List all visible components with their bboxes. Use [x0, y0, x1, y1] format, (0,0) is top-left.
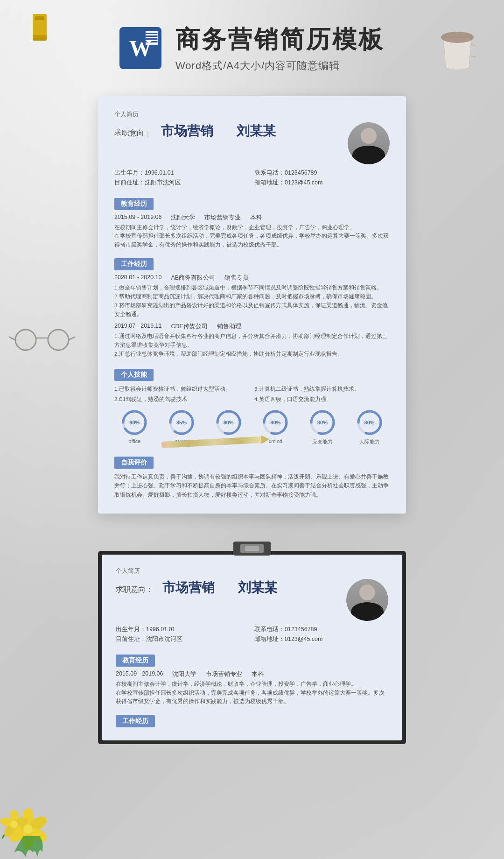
clipboard-job-row: 求职意向： 市场营销 刘某某 — [116, 579, 346, 597]
clipboard-clip-outer — [231, 542, 273, 558]
self-eval-section-header: 自我评价 — [114, 457, 154, 469]
skill-point-3: 3.计算机二级证书，熟练掌握计算机技术。 — [254, 385, 390, 393]
education-section-header: 教育经历 — [114, 198, 154, 210]
clipboard-birth: 出生年月：1996.01.01 — [116, 626, 250, 634]
work-company-2: CDE传媒公司 — [171, 323, 207, 331]
email-info: 邮箱地址：0123@45.com — [254, 179, 390, 187]
svg-rect-2 — [33, 35, 47, 41]
circle-value: 80% — [364, 420, 375, 425]
svg-rect-26 — [245, 546, 259, 551]
circle-value: 80% — [270, 420, 280, 425]
clipboard-intent-value: 市场营销 — [162, 579, 215, 597]
skills-section-header: 个人技能 — [114, 369, 154, 381]
skill-circle-应变能力: 80% 应变能力 — [308, 408, 336, 445]
coffee-cup-decoration — [439, 28, 476, 77]
svg-point-20 — [48, 330, 69, 350]
clipboard-edu-meta: 2015.09 - 2019.06 沈阳大学 市场营销专业 本科 — [116, 670, 388, 678]
clipboard-edu-desc1: 在校期间主修会计学，统计学，经济学概论，财政学，企业管理，投资学，广告学，商业心… — [116, 680, 388, 688]
phone-info: 联系电话：0123456789 — [254, 169, 390, 177]
header-text: 商务营销简历模板 Word格式/A4大小/内容可随意编辑 — [175, 23, 385, 73]
svg-line-23 — [69, 337, 75, 340]
work-desc-2: 1.通过网络及电话语音并收集各行各业的商户信息，并分析其合并潜力，协助部门经理制… — [114, 332, 390, 359]
sub-title: Word格式/A4大小/内容可随意编辑 — [175, 59, 385, 73]
svg-point-4 — [441, 32, 474, 43]
work-meta-1: 2020.01 - 2020.10 AB商务有限公司 销售专员 — [114, 274, 390, 282]
clipboard-info-grid: 出生年月：1996.01.01 联系电话：0123456789 目前住址：沈阳市… — [116, 626, 388, 643]
circle-value: 90% — [129, 420, 140, 425]
skill-point-2: 2.C1驾驶证，熟悉的驾驶技术 — [114, 395, 250, 403]
job-intent-value: 市场营销 — [161, 122, 213, 140]
resume-card: 个人简历 求职意向： 市场营销 刘某某 出生年月：1996.01.01 联系电话… — [98, 96, 406, 514]
clipboard-edu-desc2: 在学校宣传部担任部长多次组织活动，完美完成各项任务，各项成绩优异，学校举办的运算… — [116, 689, 388, 706]
resume-top: 求职意向： 市场营销 刘某某 — [114, 122, 390, 164]
clipboard-board: 个人简历 求职意向： 市场营销 刘某某 出生年月：199 — [98, 551, 406, 744]
work-position-1: 销售专员 — [224, 274, 249, 282]
clipboard-phone: 联系电话：0123456789 — [254, 626, 388, 634]
job-intent-row: 求职意向： 市场营销 刘某某 — [114, 122, 348, 140]
flowers-decoration — [0, 792, 56, 859]
resume-label: 个人简历 — [114, 110, 390, 119]
circle-value: 85% — [176, 420, 187, 425]
circle-value: 80% — [224, 420, 234, 425]
address-info: 目前住址：沈阳市沈河区 — [114, 179, 250, 187]
work-period-2: 2019.07 - 2019.11 — [114, 323, 161, 331]
header-area: W 商务营销简历模板 Word格式/A4大小/内容可随意编辑 — [0, 0, 504, 87]
svg-point-34 — [23, 824, 33, 834]
birth-info: 出生年月：1996.01.01 — [114, 169, 250, 177]
clipboard-intent-label: 求职意向： — [116, 585, 153, 595]
clipboard-resume-top: 求职意向： 市场营销 刘某某 — [116, 579, 388, 621]
clipboard-photo-silhouette — [346, 579, 388, 621]
clipboard-name-block: 求职意向： 市场营销 刘某某 — [116, 579, 346, 597]
skill-label: xmind — [269, 438, 282, 444]
clipboard-photo — [346, 579, 388, 621]
clipboard-area: 个人简历 求职意向： 市场营销 刘某某 出生年月：199 — [0, 551, 504, 762]
work-section-header: 工作经历 — [114, 258, 154, 270]
clip-decoration — [28, 14, 51, 42]
skill-label: 应变能力 — [312, 438, 333, 445]
edu-meta: 2015.09 - 2019.06 沈阳大学 市场营销专业 本科 — [114, 214, 390, 222]
svg-point-41 — [10, 821, 18, 828]
education-entry: 2015.09 - 2019.06 沈阳大学 市场营销专业 本科 在校期间主修会… — [114, 214, 390, 249]
glasses-decoration — [9, 327, 75, 354]
clipboard-paper: 个人简历 求职意向： 市场营销 刘某某 出生年月：199 — [102, 555, 402, 740]
photo-area — [348, 122, 390, 164]
svg-rect-1 — [35, 16, 44, 20]
info-grid: 出生年月：1996.01.01 联系电话：0123456789 目前住址：沈阳市… — [114, 169, 390, 187]
work-entry-2: 2019.07 - 2019.11 CDE传媒公司 销售助理 1.通过网络及电话… — [114, 323, 390, 359]
skill-label: 人际能力 — [359, 438, 380, 445]
clipboard-resume-label: 个人简历 — [116, 567, 388, 575]
work-meta-2: 2019.07 - 2019.11 CDE传媒公司 销售助理 — [114, 323, 390, 331]
job-intent-label: 求职意向： — [114, 128, 152, 138]
clipboard-work-header: 工作经历 — [116, 715, 155, 727]
edu-desc1: 在校期间主修会计学，统计学，经济学概论，财政学，企业管理，投资学，广告学，商业心… — [114, 223, 390, 232]
circle-value: 80% — [317, 420, 328, 425]
work-period-1: 2020.01 - 2020.10 — [114, 274, 161, 282]
clipboard-edu-entry: 2015.09 - 2019.06 沈阳大学 市场营销专业 本科 在校期间主修会… — [116, 670, 388, 705]
edu-major: 市场营销专业 — [204, 214, 241, 222]
clipboard-wrapper: 个人简历 求职意向： 市场营销 刘某某 出生年月：199 — [98, 551, 406, 744]
svg-point-18 — [15, 330, 36, 350]
word-icon: W — [119, 27, 161, 69]
edu-school: 沈阳大学 — [171, 214, 195, 222]
photo-silhouette — [348, 122, 390, 164]
person-name: 刘某某 — [237, 122, 276, 140]
edu-degree: 本科 — [250, 214, 262, 222]
skill-circle-office: 90% office — [120, 408, 148, 445]
edu-desc2: 在学校宣传部担任部长多次组织活动，完美完成各项任务，各项成绩优异，学校举办的运算… — [114, 232, 390, 249]
skill-label: office — [128, 438, 140, 444]
skill-circle-人际能力: 80% 人际能力 — [356, 408, 384, 445]
svg-line-22 — [9, 337, 15, 340]
resume-name-block: 求职意向： 市场营销 刘某某 — [114, 122, 348, 140]
work-entry-1: 2020.01 - 2020.10 AB商务有限公司 销售专员 1.做全年销售计… — [114, 274, 390, 319]
skill-point-1: 1.已取得会计师资格证书，曾组织过大型活动。 — [114, 385, 250, 393]
edu-period: 2015.09 - 2019.06 — [114, 214, 161, 222]
work-company-1: AB商务有限公司 — [171, 274, 215, 282]
skill-points: 1.已取得会计师资格证书，曾组织过大型活动。 3.计算机二级证书，熟练掌握计算机… — [114, 385, 390, 404]
clipboard-address: 目前住址：沈阳市沈河区 — [116, 635, 250, 643]
main-title: 商务营销简历模板 — [175, 23, 385, 56]
self-eval-text: 我对待工作认真负责，善于沟通，协调有较强的组织本事与团队精神；活泼开朗、乐观上进… — [114, 472, 390, 500]
clipboard-email: 邮箱地址：0123@45.com — [254, 635, 388, 643]
clipboard-edu-header: 教育经历 — [116, 655, 155, 667]
work-desc-1: 1.做全年销售计划，合理摆排到各区域渠道中，根据季节不同情况及时调整阶段性指导销… — [114, 283, 390, 319]
skill-point-4: 4.英语四级，口语交流能力强 — [254, 395, 390, 403]
